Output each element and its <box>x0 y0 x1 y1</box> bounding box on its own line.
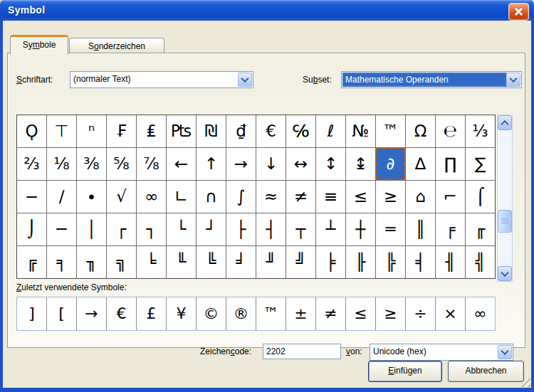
symbol-cell[interactable]: ╔ <box>17 246 46 278</box>
recent-symbol-cell[interactable]: ÷ <box>406 297 435 330</box>
symbol-cell[interactable]: ⅛ <box>47 148 76 180</box>
symbol-cell[interactable]: − <box>17 181 46 213</box>
symbol-cell[interactable]: ∆ <box>406 148 435 180</box>
symbol-cell[interactable]: ┬ <box>286 213 315 245</box>
recent-symbol-cell[interactable]: ® <box>226 297 256 330</box>
symbol-cell[interactable]: ≡ <box>316 181 345 213</box>
charcode-input[interactable] <box>263 344 341 359</box>
subset-select[interactable]: Mathematische Operanden <box>341 71 522 88</box>
symbol-cell[interactable]: ℅ <box>286 115 315 147</box>
symbol-cell[interactable]: ╕ <box>47 246 76 278</box>
symbol-cell[interactable]: ↓ <box>256 148 286 180</box>
symbol-cell[interactable]: ┌ <box>107 213 136 245</box>
symbol-cell[interactable]: ↕ <box>316 148 345 180</box>
symbol-cell[interactable]: ┴ <box>316 213 345 245</box>
symbol-cell[interactable]: ╠ <box>376 246 405 278</box>
symbol-cell[interactable]: ⌡ <box>17 213 46 245</box>
symbol-cell[interactable]: ⌐ <box>436 181 465 213</box>
symbol-cell[interactable]: ┐ <box>137 213 166 245</box>
symbol-cell[interactable]: ╣ <box>466 246 495 278</box>
recent-symbol-cell[interactable]: ≠ <box>316 297 345 330</box>
symbol-cell[interactable]: ╢ <box>436 246 465 278</box>
recent-symbol-cell[interactable]: → <box>77 297 106 330</box>
recent-symbol-cell[interactable]: ∞ <box>466 297 495 330</box>
tab-symbols[interactable]: Symbole <box>10 35 68 55</box>
symbol-cell[interactable]: ⅞ <box>137 148 166 180</box>
symbol-cell[interactable]: ├ <box>226 213 256 245</box>
symbol-cell[interactable]: ∕ <box>47 181 76 213</box>
symbol-cell[interactable]: ™ <box>376 115 405 147</box>
cancel-button[interactable]: Abbrechen <box>448 361 524 382</box>
symbol-cell[interactable]: ₤ <box>137 115 166 147</box>
recent-symbol-cell[interactable]: ¥ <box>167 297 196 330</box>
symbol-cell[interactable]: ↔ <box>286 148 315 180</box>
scroll-up-button[interactable] <box>498 115 512 130</box>
symbol-cell[interactable]: ↨ <box>346 148 375 180</box>
symbol-cell-selected[interactable]: ∂ <box>376 148 405 180</box>
scroll-down-button[interactable] <box>498 266 512 281</box>
recent-symbol-cell[interactable]: £ <box>137 297 166 330</box>
recent-symbol-cell[interactable]: [ <box>47 297 76 330</box>
symbol-cell[interactable]: → <box>226 148 256 180</box>
close-button[interactable] <box>508 3 529 21</box>
font-select-arrow-button[interactable] <box>238 73 252 87</box>
symbol-cell[interactable]: ┼ <box>346 213 375 245</box>
recent-symbol-cell[interactable]: ≥ <box>376 297 405 330</box>
symbol-cell[interactable]: ℓ <box>316 115 345 147</box>
symbol-cell[interactable]: ╒ <box>436 213 465 245</box>
symbol-cell[interactable]: ╗ <box>107 246 136 278</box>
symbol-cell[interactable]: € <box>256 115 286 147</box>
symbol-cell[interactable]: ╡ <box>406 246 435 278</box>
symbol-grid-scrollbar[interactable] <box>497 115 513 282</box>
symbol-cell[interactable]: ╞ <box>316 246 345 278</box>
recent-symbol-cell[interactable]: ™ <box>256 297 286 330</box>
symbol-cell[interactable]: ╓ <box>466 213 495 245</box>
symbol-cell[interactable]: ← <box>167 148 196 180</box>
symbol-cell[interactable]: ╜ <box>256 246 286 278</box>
symbol-cell[interactable]: ₣ <box>107 115 136 147</box>
subset-select-arrow-button[interactable] <box>506 73 520 87</box>
symbol-cell[interactable]: ↑ <box>197 148 226 180</box>
symbol-cell[interactable]: Ϙ <box>17 115 46 147</box>
symbol-cell[interactable]: ∙ <box>77 181 106 213</box>
from-select[interactable]: Unicode (hex) <box>370 344 513 361</box>
symbol-cell[interactable]: Ω <box>406 115 435 147</box>
recent-symbol-cell[interactable]: € <box>107 297 136 330</box>
symbol-cell[interactable]: ╛ <box>226 246 256 278</box>
symbol-cell[interactable]: ∩ <box>197 181 226 213</box>
insert-button[interactable]: Einfügen <box>368 361 442 382</box>
symbol-cell[interactable]: ∞ <box>137 181 166 213</box>
symbol-cell[interactable]: ╟ <box>346 246 375 278</box>
symbol-cell[interactable]: ⌂ <box>406 181 435 213</box>
symbol-cell[interactable]: ╙ <box>167 246 196 278</box>
recent-symbol-cell[interactable]: ] <box>17 297 46 330</box>
symbol-cell[interactable]: ≈ <box>256 181 286 213</box>
symbol-cell[interactable]: № <box>346 115 375 147</box>
symbol-cell[interactable]: ╚ <box>197 246 226 278</box>
recent-symbol-cell[interactable]: © <box>197 297 226 330</box>
symbol-cell[interactable]: ₪ <box>197 115 226 147</box>
symbol-cell[interactable]: ⌠ <box>466 181 495 213</box>
from-select-arrow-button[interactable] <box>498 345 512 359</box>
symbol-cell[interactable]: ┤ <box>256 213 286 245</box>
symbol-cell[interactable]: └ <box>167 213 196 245</box>
font-select[interactable]: (normaler Text) <box>70 71 253 88</box>
symbol-cell[interactable]: ⊤ <box>47 115 76 147</box>
symbol-cell[interactable]: ╖ <box>77 246 106 278</box>
symbol-cell[interactable]: ≤ <box>346 181 375 213</box>
symbol-cell[interactable]: ≥ <box>376 181 405 213</box>
symbol-cell[interactable]: ─ <box>47 213 76 245</box>
symbol-cell[interactable]: ═ <box>376 213 405 245</box>
symbol-cell[interactable]: ⅜ <box>77 148 106 180</box>
symbol-cell[interactable]: ┘ <box>197 213 226 245</box>
symbol-cell[interactable]: ℮ <box>436 115 465 147</box>
symbol-cell[interactable]: ╘ <box>137 246 166 278</box>
symbol-cell[interactable]: ║ <box>406 213 435 245</box>
symbol-cell[interactable]: ⅝ <box>107 148 136 180</box>
symbol-cell[interactable]: │ <box>77 213 106 245</box>
tab-special-characters[interactable]: Sonderzeichen <box>69 38 164 54</box>
scroll-thumb[interactable] <box>498 210 512 233</box>
symbol-cell[interactable]: ∟ <box>167 181 196 213</box>
symbol-cell[interactable]: ₧ <box>167 115 196 147</box>
recent-symbol-cell[interactable]: × <box>436 297 465 330</box>
